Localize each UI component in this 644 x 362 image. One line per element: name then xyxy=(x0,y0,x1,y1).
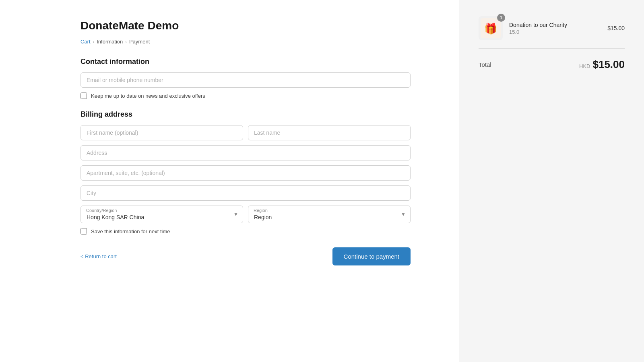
contact-section-title: Contact information xyxy=(80,58,411,66)
email-input[interactable] xyxy=(80,72,411,88)
save-info-row: Save this information for next time xyxy=(80,228,411,234)
apartment-input-group xyxy=(80,165,411,181)
total-currency: HKD xyxy=(579,63,590,69)
product-variant: 15.0 xyxy=(509,29,601,35)
country-select-wrapper: Country/Region Hong Kong SAR China ▼ xyxy=(80,206,243,223)
save-info-label[interactable]: Save this information for next time xyxy=(91,228,170,234)
breadcrumb-sep-1: › xyxy=(93,39,95,44)
city-input[interactable] xyxy=(80,185,411,201)
order-item: 🎁 1 Donation to our Charity 15.0 $15.00 xyxy=(479,16,625,49)
footer-actions: < Return to cart Continue to payment xyxy=(80,247,411,265)
billing-section-title: Billing address xyxy=(80,110,411,119)
return-to-cart-link[interactable]: < Return to cart xyxy=(80,253,117,259)
address-input[interactable] xyxy=(80,145,411,160)
breadcrumb-sep-2: › xyxy=(125,39,127,44)
product-image-wrapper: 🎁 1 xyxy=(479,16,503,40)
region-row: Country/Region Hong Kong SAR China ▼ Reg… xyxy=(80,206,411,223)
svg-text:🎁: 🎁 xyxy=(484,22,497,35)
breadcrumb-payment: Payment xyxy=(129,39,150,45)
product-info: Donation to our Charity 15.0 xyxy=(509,22,601,35)
breadcrumb-cart[interactable]: Cart xyxy=(80,39,91,45)
charity-icon: 🎁 xyxy=(481,18,501,38)
save-info-checkbox[interactable] xyxy=(80,228,87,234)
region-select-wrapper: Region Region ▼ xyxy=(248,206,411,223)
store-title: DonateMate Demo xyxy=(80,19,411,32)
address-input-group xyxy=(80,145,411,160)
name-row xyxy=(80,125,411,140)
apartment-input[interactable] xyxy=(80,165,411,181)
product-price: $15.00 xyxy=(607,25,625,31)
city-input-group xyxy=(80,185,411,201)
total-row: Total HKD $15.00 xyxy=(479,57,625,71)
product-quantity-badge: 1 xyxy=(497,14,505,22)
newsletter-row: Keep me up to date on news and exclusive… xyxy=(80,93,411,99)
continue-to-payment-button[interactable]: Continue to payment xyxy=(332,247,411,265)
first-name-input[interactable] xyxy=(80,125,243,140)
last-name-input[interactable] xyxy=(248,125,411,140)
total-amount: $15.00 xyxy=(592,58,625,71)
product-name: Donation to our Charity xyxy=(509,22,601,28)
country-select[interactable]: Hong Kong SAR China xyxy=(80,206,243,223)
left-panel: DonateMate Demo Cart › Information › Pay… xyxy=(0,0,459,362)
breadcrumb-information: Information xyxy=(97,39,123,45)
newsletter-checkbox[interactable] xyxy=(80,93,87,99)
email-input-group xyxy=(80,72,411,88)
total-amount-wrapper: HKD $15.00 xyxy=(579,58,625,71)
billing-section: Billing address Country/Region Hong Kong… xyxy=(80,110,411,234)
region-select[interactable]: Region xyxy=(248,206,411,223)
right-panel: 🎁 1 Donation to our Charity 15.0 $15.00 … xyxy=(459,0,644,362)
total-label: Total xyxy=(479,61,491,68)
newsletter-label[interactable]: Keep me up to date on news and exclusive… xyxy=(91,93,205,99)
contact-section: Contact information Keep me up to date o… xyxy=(80,58,411,99)
breadcrumb: Cart › Information › Payment xyxy=(80,39,411,45)
